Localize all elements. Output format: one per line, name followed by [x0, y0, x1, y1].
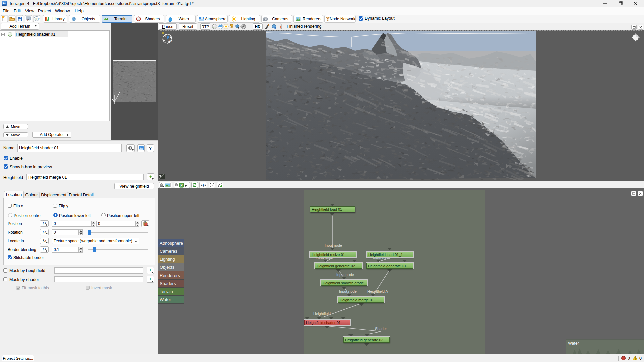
svg-text:R: R — [27, 18, 30, 21]
svg-text:P: P — [180, 183, 183, 187]
svg-text:3D: 3D — [35, 17, 39, 21]
svg-text:90: 90 — [169, 40, 172, 42]
